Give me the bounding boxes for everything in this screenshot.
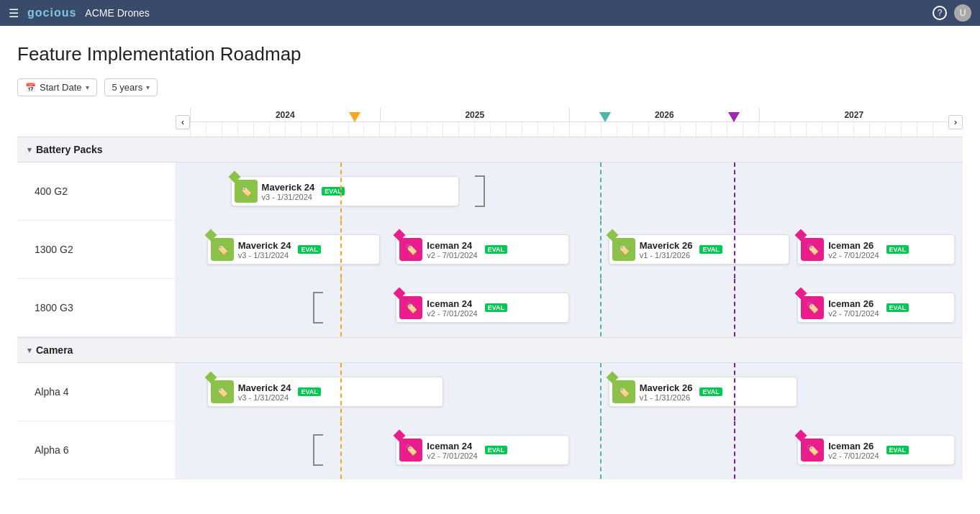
card-maverick26-1300g2[interactable]: 🏷️ Maverick 26 v1 - 1/31/2026 EVAL [609, 234, 790, 265]
collapse-icon-camera[interactable]: ▾ [27, 346, 32, 355]
card-icon-c9: 🏷️ [612, 380, 635, 403]
eval-badge-c2: EVAL [298, 245, 320, 254]
card-iceman24-alpha6[interactable]: 🏷️ Iceman 24 v2 - 7/01/2024 EVAL [396, 435, 569, 465]
card-icon-c7: 🏷️ [801, 296, 824, 319]
card-info-c5: Iceman 26 v2 - 7/01/2024 [828, 240, 879, 260]
card-iceman26-alpha6[interactable]: 🏷️ Iceman 26 v2 - 7/01/2024 EVAL [797, 435, 955, 465]
years-label: 5 years [112, 82, 143, 93]
row-label-alpha4: Alpha 4 [17, 363, 176, 421]
year-2027: 2027 [759, 108, 949, 121]
page-content: Feature Implementation Roadmap 📅 Start D… [0, 26, 980, 514]
year-2025: 2025 [380, 108, 570, 121]
timeline-months [190, 122, 948, 137]
bracket-left-alpha6 [313, 434, 323, 467]
section-battery-packs: ▾ Battery Packs [17, 137, 963, 162]
card-iceman24-1800g3[interactable]: 🏷️ Iceman 24 v2 - 7/01/2024 EVAL [396, 293, 569, 323]
dashed-line-teal-2 [600, 221, 602, 278]
row-content-alpha4: 🏷️ Maverick 24 v3 - 1/31/2024 EVAL 🏷️ Ma… [176, 363, 963, 421]
chevron-down-icon-2: ▾ [146, 83, 150, 91]
card-version-c5: v2 - 7/01/2024 [828, 251, 879, 260]
chevron-down-icon: ▾ [86, 83, 89, 91]
eval-badge-c7: EVAL [886, 303, 909, 312]
card-info-c4: Maverick 26 v1 - 1/31/2026 [640, 240, 693, 260]
card-version-c11: v2 - 7/01/2024 [828, 451, 879, 460]
app-logo: gocious [27, 6, 76, 19]
card-info-c9: Maverick 26 v1 - 1/31/2026 [640, 382, 693, 402]
card-name-c2: Maverick 24 [238, 240, 291, 251]
timeline-header: ‹ 2024 2025 2026 2027 [17, 108, 963, 137]
card-info-c2: Maverick 24 v3 - 1/31/2024 [238, 240, 291, 260]
card-version-c6: v2 - 7/01/2024 [427, 309, 477, 318]
card-iceman26-1300g2[interactable]: 🏷️ Iceman 26 v2 - 7/01/2024 EVAL [797, 234, 955, 265]
row-content-1300g2: 🏷️ Maverick 24 v3 - 1/31/2024 EVAL 🏷️ Ic… [176, 221, 963, 278]
roadmap: ‹ 2024 2025 2026 2027 [17, 108, 963, 479]
card-info-maverick24-400g2: Maverick 24 v3 - 1/31/2024 [262, 182, 315, 201]
card-maverick24-1300g2[interactable]: 🏷️ Maverick 24 v3 - 1/31/2024 EVAL [207, 234, 381, 265]
card-name-c11: Iceman 26 [828, 441, 879, 451]
card-name-c3: Iceman 24 [427, 240, 477, 251]
dashed-line-teal [600, 162, 602, 220]
year-2026: 2026 [569, 108, 759, 121]
card-name-c10: Iceman 24 [427, 441, 477, 451]
eval-badge-c5: EVAL [886, 245, 909, 254]
collapse-icon-battery[interactable]: ▾ [27, 145, 32, 155]
card-info-c7: Iceman 26 v2 - 7/01/2024 [828, 298, 879, 318]
card-name-c7: Iceman 26 [828, 298, 879, 309]
card-info-c10: Iceman 24 v2 - 7/01/2024 [427, 441, 477, 460]
years-button[interactable]: 5 years ▾ [104, 78, 158, 96]
dashed-line-purple-3 [734, 279, 735, 336]
dashed-line-purple-5 [734, 421, 735, 479]
user-avatar[interactable]: U [954, 4, 971, 22]
card-info-c3: Iceman 24 v2 - 7/01/2024 [427, 240, 477, 260]
timeline-label-spacer [17, 108, 176, 137]
card-info-c6: Iceman 24 v2 - 7/01/2024 [427, 298, 477, 318]
card-icon-c11: 🏷️ [801, 439, 824, 462]
dashed-line-orange-5 [340, 421, 342, 479]
card-iceman26-1800g3[interactable]: 🏷️ Iceman 26 v2 - 7/01/2024 EVAL [797, 293, 955, 323]
card-icon-c5: 🏷️ [801, 238, 824, 261]
card-version-c3: v2 - 7/01/2024 [427, 251, 477, 260]
row-1300g2: 1300 G2 🏷️ Maverick 24 v3 - 1/31/2024 EV… [17, 221, 963, 279]
help-button[interactable]: ? [933, 6, 947, 20]
card-name-c5: Iceman 26 [828, 240, 879, 251]
timeline-nav-right[interactable]: › [948, 115, 963, 129]
row-1800g3: 1800 G3 🏷️ Iceman 24 v2 - 7/01/2024 EVAL [17, 279, 963, 337]
hamburger-icon[interactable]: ☰ [9, 6, 19, 20]
eval-badge-c9: EVAL [699, 387, 722, 396]
row-label-1800g3: 1800 G3 [17, 279, 176, 336]
start-date-button[interactable]: 📅 Start Date ▾ [17, 78, 97, 96]
eval-badge-c6: EVAL [485, 303, 507, 312]
dashed-line-orange-3 [340, 279, 342, 336]
timeline-nav-left[interactable]: ‹ [176, 115, 190, 129]
card-maverick26-alpha4[interactable]: 🏷️ Maverick 26 v1 - 1/31/2026 EVAL [609, 377, 798, 407]
row-alpha6: Alpha 6 🏷️ Iceman 24 v2 - 7/01/2024 EVAL [17, 421, 963, 479]
app-name: ACME Drones [85, 7, 149, 19]
section-camera-text: Camera [36, 344, 73, 356]
timeline-scale: ‹ 2024 2025 2026 2027 [176, 108, 963, 137]
page-title: Feature Implementation Roadmap [17, 43, 963, 65]
card-info-c11: Iceman 26 v2 - 7/01/2024 [828, 441, 879, 460]
row-content-1800g3: 🏷️ Iceman 24 v2 - 7/01/2024 EVAL 🏷️ Icem… [176, 279, 963, 336]
card-name-c8: Maverick 24 [238, 382, 291, 393]
card-maverick24-400g2[interactable]: 🏷️ Maverick 24 v3 - 1/31/2024 EVAL [231, 176, 459, 206]
card-version-maverick24-400g2: v3 - 1/31/2024 [262, 193, 315, 201]
eval-badge-c3: EVAL [485, 245, 507, 254]
card-maverick24-alpha4[interactable]: 🏷️ Maverick 24 v3 - 1/31/2024 EVAL [207, 377, 443, 407]
year-2024: 2024 [190, 108, 380, 121]
dashed-line-purple [734, 162, 735, 220]
row-content-400g2: 🏷️ Maverick 24 v3 - 1/31/2024 EVAL [176, 162, 963, 220]
start-date-label: Start Date [40, 82, 82, 93]
card-version-c7: v2 - 7/01/2024 [828, 309, 879, 318]
dashed-line-teal-4 [600, 363, 602, 421]
topnav-right: ? U [933, 4, 971, 22]
card-info-c8: Maverick 24 v3 - 1/31/2024 [238, 382, 291, 402]
timeline-years: 2024 2025 2026 2027 [190, 108, 948, 122]
section-battery-packs-text: Battery Packs [36, 144, 103, 155]
eval-badge-c11: EVAL [886, 446, 909, 454]
eval-badge-c8: EVAL [298, 387, 320, 396]
card-name-c4: Maverick 26 [640, 240, 693, 251]
card-iceman24-1300g2[interactable]: 🏷️ Iceman 24 v2 - 7/01/2024 EVAL [396, 234, 569, 265]
card-version-c2: v3 - 1/31/2024 [238, 251, 291, 260]
card-name-maverick24-400g2: Maverick 24 [262, 182, 315, 193]
card-version-c9: v1 - 1/31/2026 [640, 393, 693, 402]
